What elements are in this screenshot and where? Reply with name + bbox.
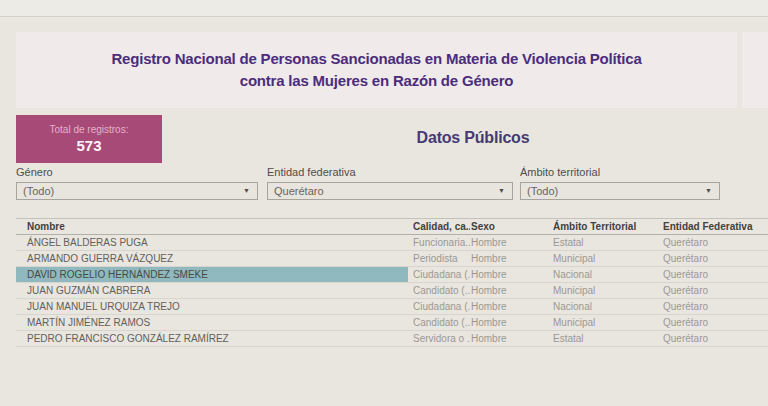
filter-label-genero: Género bbox=[16, 166, 53, 178]
filter-label-ambito-territorial: Ámbito territorial bbox=[520, 166, 600, 178]
table-cell: ARMANDO GUERRA VÁZQUEZ bbox=[16, 251, 408, 266]
chevron-down-icon: ▼ bbox=[243, 183, 250, 199]
title-banner: Registro Nacional de Personas Sancionada… bbox=[16, 32, 737, 108]
table-cell: Estatal bbox=[550, 331, 660, 346]
table-row[interactable]: JUAN MANUEL URQUIZA TREJOCiudadana (..Ho… bbox=[16, 299, 768, 315]
column-header: Calidad, ca.. bbox=[408, 219, 470, 234]
table-cell: Hombre bbox=[470, 331, 550, 346]
table-cell: Hombre bbox=[470, 299, 550, 314]
table-cell: Querétaro bbox=[660, 331, 768, 346]
page-title-line2: contra las Mujeres en Razón de Género bbox=[240, 72, 514, 89]
table-cell: Municipal bbox=[550, 283, 660, 298]
table-cell: Querétaro bbox=[660, 251, 768, 266]
table-cell: Candidato (.. bbox=[408, 315, 470, 330]
table-row[interactable]: DAVID ROGELIO HERNÁNDEZ SMEKECiudadana (… bbox=[16, 267, 768, 283]
total-records-value: 573 bbox=[16, 137, 162, 154]
column-header: Sexo bbox=[470, 219, 550, 234]
table-row[interactable]: ARMANDO GUERRA VÁZQUEZPeriodistaHombreMu… bbox=[16, 251, 768, 267]
filter-selected-value: (Todo) bbox=[23, 185, 54, 197]
table-cell: Candidato (.. bbox=[408, 283, 470, 298]
section-heading: Datos Públicos bbox=[360, 129, 586, 147]
table-cell: Estatal bbox=[550, 235, 660, 250]
table-row[interactable]: MARTÍN JIMÉNEZ RAMOSCandidato (..HombreM… bbox=[16, 315, 768, 331]
table-cell: Hombre bbox=[470, 251, 550, 266]
chevron-down-icon: ▼ bbox=[498, 183, 505, 199]
table-cell: Hombre bbox=[470, 267, 550, 282]
table-cell: Ciudadana (.. bbox=[408, 299, 470, 314]
table-cell: Querétaro bbox=[660, 315, 768, 330]
filter-dropdown-genero[interactable]: (Todo)▼ bbox=[16, 182, 258, 200]
table-cell: Municipal bbox=[550, 315, 660, 330]
column-header: Entidad Federativa bbox=[660, 219, 768, 234]
title-banner-fragment bbox=[742, 32, 768, 108]
table-cell: ÁNGEL BALDERAS PUGA bbox=[16, 235, 408, 250]
table-cell: Querétaro bbox=[660, 235, 768, 250]
table-header-row: NombreCalidad, ca..SexoÁmbito Territoria… bbox=[16, 218, 768, 235]
table-row[interactable]: PEDRO FRANCISCO GONZÁLEZ RAMÍREZServidor… bbox=[16, 331, 768, 347]
filter-label-entidad-federativa: Entidad federativa bbox=[267, 166, 356, 178]
filter-selected-value: (Todo) bbox=[527, 185, 558, 197]
top-chrome-band bbox=[0, 0, 768, 17]
table-cell: Querétaro bbox=[660, 267, 768, 282]
table-cell: Nacional bbox=[550, 267, 660, 282]
table-cell: PEDRO FRANCISCO GONZÁLEZ RAMÍREZ bbox=[16, 331, 408, 346]
table-cell: Hombre bbox=[470, 315, 550, 330]
table-cell: JUAN GUZMÁN CABRERA bbox=[16, 283, 408, 298]
table-cell: Municipal bbox=[550, 251, 660, 266]
table-cell: Servidora o .. bbox=[408, 331, 470, 346]
table-cell: Funcionaria.. bbox=[408, 235, 470, 250]
table-cell: Hombre bbox=[470, 283, 550, 298]
total-records-label: Total de registros: bbox=[16, 115, 162, 135]
chevron-down-icon: ▼ bbox=[705, 183, 712, 199]
table-row[interactable]: JUAN GUZMÁN CABRERACandidato (..HombreMu… bbox=[16, 283, 768, 299]
table-cell: Ciudadana (.. bbox=[408, 267, 470, 282]
column-header: Nombre bbox=[16, 219, 408, 234]
table-cell: JUAN MANUEL URQUIZA TREJO bbox=[16, 299, 408, 314]
filter-dropdown-ambito-territorial[interactable]: (Todo)▼ bbox=[520, 182, 720, 200]
table-cell: Nacional bbox=[550, 299, 660, 314]
total-records-badge: Total de registros: 573 bbox=[16, 115, 162, 163]
page-title-line1: Registro Nacional de Personas Sancionada… bbox=[111, 50, 641, 67]
table-cell: Querétaro bbox=[660, 283, 768, 298]
table-cell: Periodista bbox=[408, 251, 470, 266]
column-header: Ámbito Territorial bbox=[550, 219, 660, 234]
filter-dropdown-entidad-federativa[interactable]: Querétaro▼ bbox=[267, 182, 513, 200]
table-cell: Querétaro bbox=[660, 299, 768, 314]
table-row[interactable]: ÁNGEL BALDERAS PUGAFuncionaria..HombreEs… bbox=[16, 235, 768, 251]
page-title: Registro Nacional de Personas Sancionada… bbox=[16, 32, 737, 92]
table-cell: DAVID ROGELIO HERNÁNDEZ SMEKE bbox=[16, 267, 408, 282]
filter-selected-value: Querétaro bbox=[274, 185, 324, 197]
table-cell: MARTÍN JIMÉNEZ RAMOS bbox=[16, 315, 408, 330]
table-cell: Hombre bbox=[470, 235, 550, 250]
